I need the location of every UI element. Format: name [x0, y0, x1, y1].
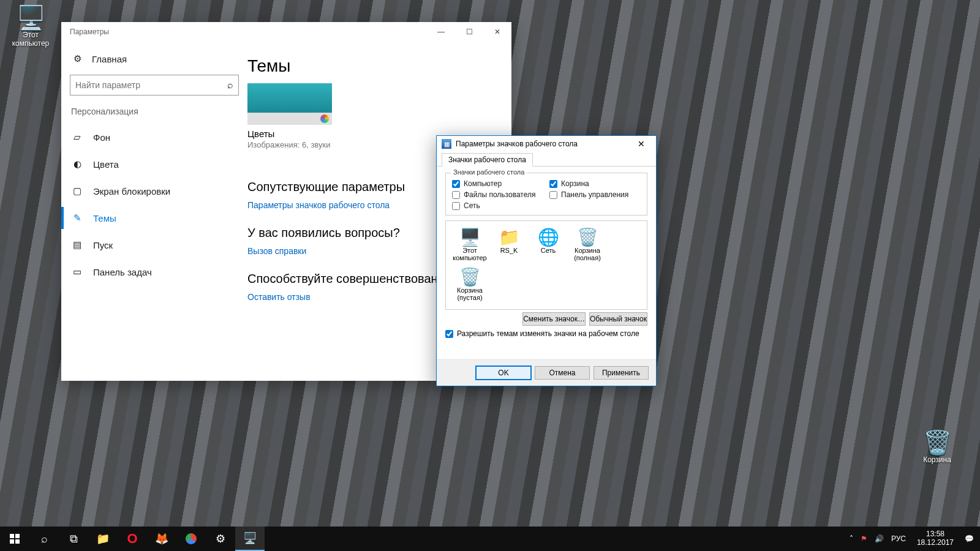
dialog-title: Параметры значков рабочего стола: [456, 140, 629, 148]
computer-icon: 🖥️: [452, 227, 488, 247]
checkbox-network-input[interactable]: [452, 202, 460, 210]
computer-icon: 🖥️: [6, 5, 55, 31]
opera-button[interactable]: O: [118, 527, 147, 551]
checkbox-network[interactable]: Сеть: [452, 201, 543, 210]
settings-taskbar-button[interactable]: ⚙: [206, 527, 235, 551]
taskbar-icon: ▭: [71, 266, 83, 278]
firefox-button[interactable]: 🦊: [147, 527, 176, 551]
checkbox-userfiles-input[interactable]: [452, 191, 460, 199]
tab-desktop-icons[interactable]: Значки рабочего стола: [442, 153, 533, 167]
personalization-taskbar-button[interactable]: 🖥️: [235, 527, 265, 551]
svg-rect-3: [15, 539, 20, 544]
settings-window-title: Параметры: [70, 28, 427, 36]
clock-time: 13:58: [917, 530, 954, 539]
theme-thumbnail[interactable]: [247, 83, 332, 125]
recycle-empty-icon: 🗑️: [452, 267, 488, 287]
checkbox-controlpanel[interactable]: Панель управления: [549, 190, 641, 199]
taskbar: ⌕ ⧉ 📁 O 🦊 ⚙ 🖥️ ˄ ⚑ 🔊 РУС 13:58 18.12.201…: [0, 527, 980, 551]
search-button[interactable]: ⌕: [29, 527, 59, 551]
volume-icon[interactable]: 🔊: [875, 534, 884, 543]
apply-button[interactable]: Применить: [594, 366, 649, 380]
taskview-icon: ⧉: [70, 533, 78, 545]
notifications-icon[interactable]: 💬: [965, 534, 974, 543]
recycle-bin-icon: 🗑️: [913, 430, 962, 455]
sidebar-item-taskbar[interactable]: ▭ Панель задач: [69, 258, 240, 285]
search-icon: ⌕: [41, 533, 48, 545]
settings-titlebar: Параметры — ☐ ✕: [61, 22, 511, 42]
start-button[interactable]: [0, 527, 29, 551]
nav-label-taskbar: Панель задач: [93, 267, 152, 277]
sidebar-item-themes[interactable]: ✎ Темы: [69, 204, 240, 231]
dialog-close-button[interactable]: ✕: [629, 137, 654, 151]
checkbox-userfiles[interactable]: Файлы пользователя: [452, 190, 543, 199]
sidebar-item-background[interactable]: ▱ Фон: [69, 124, 240, 151]
security-icon[interactable]: ⚑: [861, 534, 867, 543]
icon-item-recycle-full[interactable]: 🗑️Корзина (полная): [568, 226, 606, 264]
change-icon-button[interactable]: Сменить значок…: [522, 312, 586, 326]
nav-label-themes: Темы: [93, 213, 116, 223]
icon-item-this-pc[interactable]: 🖥️Этот компьютер: [451, 226, 489, 264]
checkbox-recycle[interactable]: Корзина: [549, 179, 641, 188]
monitor-icon: 🖥️: [243, 531, 257, 545]
icon-item-network[interactable]: 🌐Сеть: [529, 226, 567, 264]
sidebar-item-start[interactable]: ▤ Пуск: [69, 231, 240, 258]
desktop-icon-settings-dialog: ▦ Параметры значков рабочего стола ✕ Зна…: [436, 135, 657, 386]
desktop-recycle-bin[interactable]: 🗑️ Корзина: [913, 430, 962, 464]
desktop-this-pc[interactable]: 🖥️ Этот компьютер: [6, 5, 55, 48]
dialog-title-icon: ▦: [442, 139, 451, 149]
restore-default-button[interactable]: Обычный значок: [589, 312, 647, 326]
minimize-button[interactable]: —: [427, 22, 455, 42]
sidebar-home[interactable]: ⚙ Главная: [69, 49, 240, 72]
gear-icon: ⚙: [216, 532, 225, 545]
start-icon: ▤: [71, 239, 83, 251]
sidebar-item-lockscreen[interactable]: ▢ Экран блокировки: [69, 178, 240, 204]
lockscreen-icon: ▢: [71, 185, 83, 197]
user-folder-icon: 📁: [491, 227, 527, 247]
picture-icon: ▱: [71, 131, 83, 143]
nav-label-start: Пуск: [93, 240, 113, 250]
checkbox-controlpanel-input[interactable]: [549, 191, 557, 199]
desktop-label-this-pc: Этот компьютер: [6, 31, 55, 48]
home-label: Главная: [92, 54, 127, 64]
network-icon: 🌐: [530, 227, 566, 247]
checkbox-computer[interactable]: Компьютер: [452, 179, 543, 188]
maximize-button[interactable]: ☐: [455, 22, 483, 42]
sidebar-item-colors[interactable]: ◐ Цвета: [69, 151, 240, 178]
svg-rect-0: [10, 534, 14, 538]
gear-icon: ⚙: [71, 53, 83, 65]
explorer-button[interactable]: 📁: [88, 527, 118, 551]
themes-icon: ✎: [71, 212, 83, 224]
close-button[interactable]: ✕: [483, 22, 511, 42]
cancel-button[interactable]: Отмена: [535, 366, 590, 380]
search-field[interactable]: [75, 80, 227, 90]
recycle-full-icon: 🗑️: [570, 227, 605, 247]
svg-rect-1: [15, 534, 20, 538]
taskview-button[interactable]: ⧉: [59, 527, 88, 551]
allow-themes-input[interactable]: [445, 330, 453, 338]
language-indicator[interactable]: РУС: [891, 534, 906, 543]
ok-button[interactable]: OK: [476, 366, 531, 380]
sidebar-category: Персонализация: [71, 107, 238, 116]
search-input[interactable]: ⌕: [70, 75, 239, 96]
settings-sidebar: ⚙ Главная ⌕ Персонализация ▱ Фон ◐ Цвета…: [61, 42, 247, 381]
page-title: Темы: [247, 56, 499, 76]
search-icon: ⌕: [227, 80, 233, 91]
desktop-label-recycle: Корзина: [913, 455, 962, 464]
chrome-icon: [186, 533, 197, 544]
icon-preview-list: 🖥️Этот компьютер 📁RS_K 🌐Сеть 🗑️Корзина (…: [445, 220, 647, 310]
windows-logo-icon: [10, 534, 20, 544]
allow-themes-checkbox[interactable]: Разрешить темам изменять значки на рабоч…: [445, 329, 647, 338]
firefox-icon: 🦊: [155, 532, 168, 545]
checkbox-recycle-input[interactable]: [549, 180, 557, 188]
checkbox-computer-input[interactable]: [452, 180, 460, 188]
svg-rect-2: [10, 539, 14, 544]
chrome-button[interactable]: [176, 527, 206, 551]
dialog-titlebar: ▦ Параметры значков рабочего стола ✕: [437, 136, 656, 152]
icon-item-user[interactable]: 📁RS_K: [490, 226, 528, 264]
tray-chevron-icon[interactable]: ˄: [850, 534, 853, 543]
clock-date: 18.12.2017: [917, 539, 954, 547]
clock[interactable]: 13:58 18.12.2017: [913, 530, 957, 547]
nav-label-colors: Цвета: [93, 159, 119, 170]
icon-item-recycle-empty[interactable]: 🗑️Корзина (пустая): [451, 266, 489, 304]
folder-icon: 📁: [96, 532, 110, 545]
